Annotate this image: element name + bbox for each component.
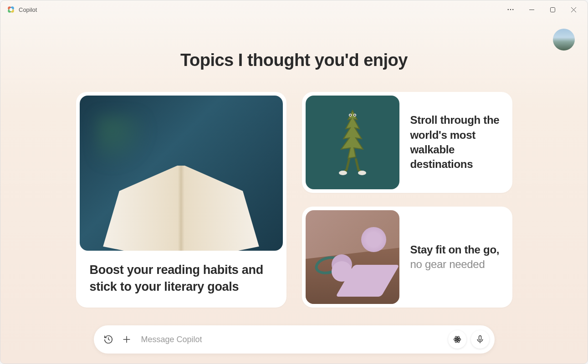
microphone-icon xyxy=(476,335,485,344)
card-image-tree xyxy=(306,96,399,189)
svg-point-15 xyxy=(354,115,355,116)
titlebar-title: Copilot xyxy=(19,6,37,13)
microphone-button[interactable] xyxy=(471,330,489,349)
svg-point-17 xyxy=(358,171,366,175)
history-button[interactable] xyxy=(99,330,118,349)
maximize-button[interactable] xyxy=(542,2,563,17)
svg-point-20 xyxy=(456,339,458,340)
right-column: Stroll through the world's most walkable… xyxy=(302,92,512,308)
card-text-sub: no gear needed xyxy=(410,258,485,270)
close-icon xyxy=(571,7,576,12)
tree-character-icon xyxy=(327,106,378,179)
more-button[interactable] xyxy=(500,2,521,17)
close-button[interactable] xyxy=(563,2,584,17)
svg-point-16 xyxy=(339,171,347,175)
page-title: Topics I thought you'd enjoy xyxy=(180,51,408,70)
card-image-fitness xyxy=(306,210,399,304)
svg-point-4 xyxy=(10,8,13,11)
card-text: Stay fit on the go, no gear needed xyxy=(410,243,509,272)
think-deeper-button[interactable] xyxy=(448,330,466,349)
svg-point-7 xyxy=(512,9,513,10)
titlebar: Copilot xyxy=(0,0,588,19)
topic-cards-grid: Boost your reading habits and stick to y… xyxy=(76,92,512,308)
topic-card-fitness[interactable]: Stay fit on the go, no gear needed xyxy=(302,207,512,308)
app-window: Copilot Topics I thought you'd enjoy Boo… xyxy=(0,0,588,364)
main-content: Topics I thought you'd enjoy Boost your … xyxy=(0,19,588,364)
card-text: Boost your reading habits and stick to y… xyxy=(80,262,283,295)
card-text: Stroll through the world's most walkable… xyxy=(410,113,509,172)
ellipsis-icon xyxy=(507,6,514,13)
copilot-logo-icon xyxy=(7,5,15,14)
add-button[interactable] xyxy=(118,330,136,349)
svg-point-13 xyxy=(349,115,351,116)
svg-rect-9 xyxy=(550,7,555,12)
plus-icon xyxy=(122,334,132,344)
topic-card-walkable[interactable]: Stroll through the world's most walkable… xyxy=(302,92,512,193)
svg-point-6 xyxy=(510,9,511,10)
user-avatar[interactable] xyxy=(553,29,575,51)
message-input[interactable] xyxy=(136,335,448,344)
atom-icon xyxy=(453,335,462,344)
svg-point-5 xyxy=(508,9,509,10)
minimize-button[interactable] xyxy=(521,2,542,17)
message-input-bar xyxy=(94,325,495,354)
card-image-book xyxy=(80,96,283,251)
maximize-icon xyxy=(550,7,555,12)
card-text-main: Stay fit on the go, xyxy=(410,243,500,256)
history-icon xyxy=(103,334,113,344)
svg-rect-24 xyxy=(479,336,481,340)
avatar-image xyxy=(553,29,575,51)
topic-card-reading[interactable]: Boost your reading habits and stick to y… xyxy=(76,92,286,308)
minimize-icon xyxy=(529,7,534,12)
